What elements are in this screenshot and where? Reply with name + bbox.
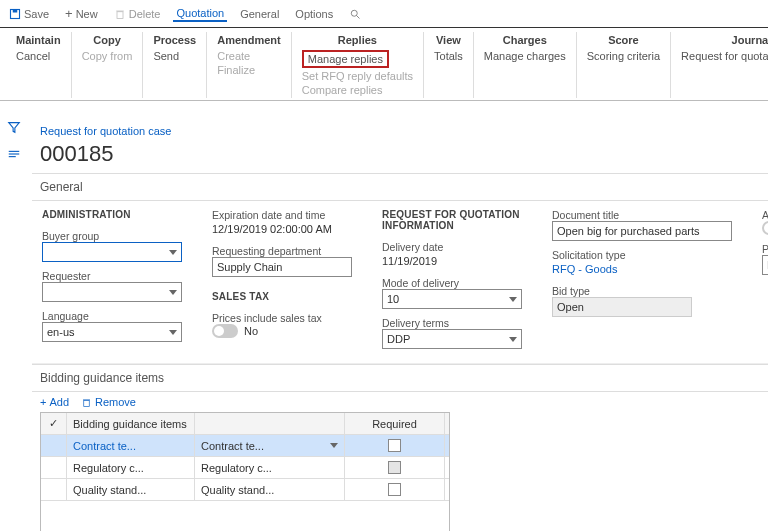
ribbon-group-maintain: Maintain Cancel	[6, 32, 72, 98]
set-reply-defaults-action: Set RFQ reply defaults	[302, 70, 413, 82]
top-command-bar: Save + New Delete Quotation General Opti…	[0, 0, 768, 28]
terms-select[interactable]: DDP	[382, 329, 522, 349]
buyer-group-select[interactable]	[42, 242, 182, 262]
ribbon-group-score: Score Scoring criteria	[577, 32, 671, 98]
search-button[interactable]	[346, 6, 364, 22]
ribbon-head-charges: Charges	[484, 34, 566, 46]
tab-options[interactable]: Options	[292, 6, 336, 22]
remove-button[interactable]: Remove	[81, 396, 136, 408]
save-button[interactable]: Save	[6, 6, 52, 22]
section-general[interactable]: General	[32, 173, 768, 201]
bidding-toolbar: +Add Remove	[32, 392, 768, 412]
add-button[interactable]: +Add	[40, 396, 69, 408]
prices-include-tax-label: Prices include sales tax	[212, 312, 352, 324]
row-marker[interactable]	[41, 457, 67, 478]
form-grid: ADMINISTRATION Buyer group Requester Lan…	[32, 201, 768, 364]
row-marker[interactable]	[41, 435, 67, 456]
col-items[interactable]: Bidding guidance items	[67, 413, 195, 434]
breadcrumb[interactable]: Request for quotation case	[32, 121, 768, 141]
manage-charges-action[interactable]: Manage charges	[484, 50, 566, 62]
new-button[interactable]: + New	[62, 4, 101, 23]
checkbox[interactable]	[388, 461, 401, 474]
col-desc[interactable]	[195, 413, 345, 434]
ribbon: Maintain Cancel Copy Copy from Process S…	[0, 28, 768, 101]
checkbox[interactable]	[388, 483, 401, 496]
new-label: New	[76, 8, 98, 20]
save-label: Save	[24, 8, 49, 20]
svg-rect-9	[84, 400, 90, 406]
buyer-group-label: Buyer group	[42, 230, 182, 242]
checkbox[interactable]	[388, 439, 401, 452]
doctitle-label: Document title	[552, 209, 732, 221]
table-row[interactable]: Contract te... Contract te...	[41, 435, 449, 457]
expiration-value: 12/19/2019 02:00:00 AM	[212, 221, 352, 237]
bidtype-value: Open	[557, 301, 584, 313]
allowalt-toggle[interactable]	[762, 221, 768, 235]
doctitle-value: Open big for purchased parts	[557, 225, 699, 237]
language-select[interactable]: en-us	[42, 322, 182, 342]
compare-replies-action: Compare replies	[302, 84, 383, 96]
plus-icon: +	[65, 6, 73, 21]
row-item-name[interactable]: Contract te...	[67, 435, 195, 456]
requester-select[interactable]	[42, 282, 182, 302]
bidding-table: ✓ Bidding guidance items Required Contra…	[40, 412, 450, 531]
ribbon-head-amendment: Amendment	[217, 34, 281, 46]
ribbon-group-replies: Replies Manage replies Set RFQ reply def…	[292, 32, 424, 98]
delete-button: Delete	[111, 6, 164, 22]
reqdept-label: Requesting department	[212, 245, 352, 257]
scoring-criteria-action[interactable]: Scoring criteria	[587, 50, 660, 62]
remove-label: Remove	[95, 396, 136, 408]
prices-include-tax-toggle[interactable]	[212, 324, 238, 338]
col-far-right: Allow alternate No Purchase type Purchas…	[762, 209, 768, 349]
section-bidding[interactable]: Bidding guidance items	[32, 364, 768, 392]
reqdept-value: Supply Chain	[217, 261, 282, 273]
col-admin: ADMINISTRATION Buyer group Requester Lan…	[42, 209, 182, 349]
tab-quotation[interactable]: Quotation	[173, 5, 227, 22]
totals-action[interactable]: Totals	[434, 50, 463, 62]
language-value: en-us	[47, 326, 75, 338]
ribbon-head-score: Score	[587, 34, 660, 46]
row-item-desc[interactable]: Regulatory c...	[195, 457, 345, 478]
ribbon-head-journals: Journals	[681, 34, 768, 46]
rfqinfo-head: REQUEST FOR QUOTATION INFORMATION	[382, 209, 522, 231]
doctitle-input[interactable]: Open big for purchased parts	[552, 221, 732, 241]
row-required[interactable]	[345, 435, 445, 456]
row-required[interactable]	[345, 479, 445, 500]
row-required[interactable]	[345, 457, 445, 478]
ptype-input[interactable]: Purchase order	[762, 255, 768, 275]
list-icon[interactable]	[7, 147, 21, 164]
table-row[interactable]: Regulatory c... Regulatory c...	[41, 457, 449, 479]
ribbon-group-view: View Totals	[424, 32, 474, 98]
filter-icon[interactable]	[7, 120, 21, 137]
col-right: Document title Open big for purchased pa…	[552, 209, 732, 349]
svg-line-5	[357, 15, 360, 18]
save-icon	[9, 8, 21, 20]
rfq-journals-action[interactable]: Request for quotation journals	[681, 50, 768, 62]
copyfrom-action: Copy from	[82, 50, 133, 62]
reqdept-input[interactable]: Supply Chain	[212, 257, 352, 277]
col-check[interactable]: ✓	[41, 413, 67, 434]
admin-head: ADMINISTRATION	[42, 209, 182, 220]
left-gutter	[0, 100, 28, 164]
row-item-desc[interactable]: Quality stand...	[195, 479, 345, 500]
add-label: Add	[49, 396, 69, 408]
terms-value: DDP	[387, 333, 410, 345]
ribbon-group-charges: Charges Manage charges	[474, 32, 577, 98]
row-item-name[interactable]: Regulatory c...	[67, 457, 195, 478]
manage-replies-action[interactable]: Manage replies	[302, 50, 389, 68]
cancel-action[interactable]: Cancel	[16, 50, 50, 62]
ribbon-head-copy: Copy	[82, 34, 133, 46]
col-required[interactable]: Required	[345, 413, 445, 434]
row-item-name[interactable]: Quality stand...	[67, 479, 195, 500]
tab-general[interactable]: General	[237, 6, 282, 22]
row-marker[interactable]	[41, 479, 67, 500]
mode-select[interactable]: 10	[382, 289, 522, 309]
row-item-desc[interactable]: Contract te...	[195, 435, 345, 456]
send-action[interactable]: Send	[153, 50, 179, 62]
ribbon-group-amendment: Amendment Create Finalize	[207, 32, 292, 98]
ribbon-head-replies: Replies	[302, 34, 413, 46]
col-mid: Expiration date and time 12/19/2019 02:0…	[212, 209, 352, 349]
table-row[interactable]: Quality stand... Quality stand...	[41, 479, 449, 501]
ptype-label: Purchase type	[762, 243, 768, 255]
soltype-value[interactable]: RFQ - Goods	[552, 261, 732, 277]
